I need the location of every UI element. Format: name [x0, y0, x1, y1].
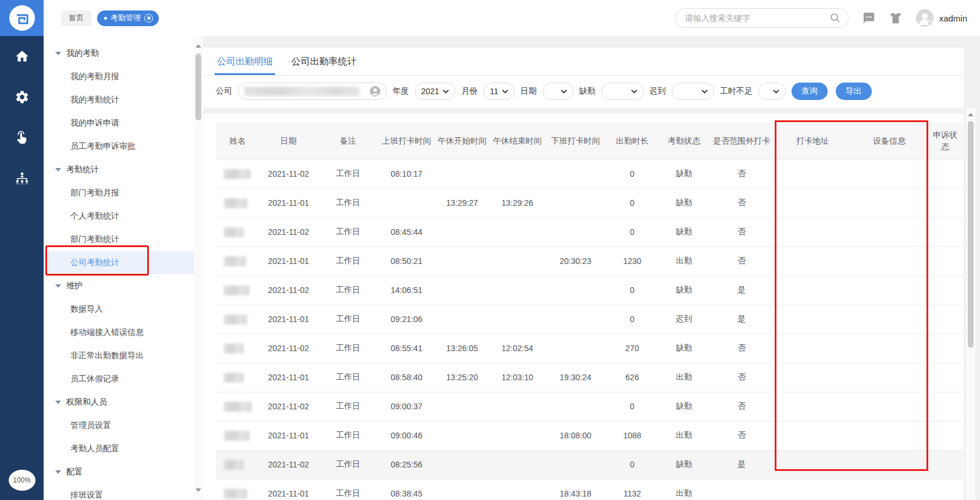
sidebar-item-17[interactable]: 考勤人员配置 — [44, 437, 194, 460]
scroll-down-icon[interactable] — [195, 488, 201, 492]
company-label: 公司 — [216, 86, 232, 97]
cell-address — [774, 188, 851, 217]
late-select[interactable] — [672, 83, 714, 100]
masked-name-block — [224, 373, 244, 383]
cell-lunch_start — [434, 450, 490, 479]
message-icon[interactable] — [863, 12, 875, 24]
table-row-5[interactable]: 2021-11-01工作日09:21:060迟到是 — [216, 305, 963, 334]
zoom-level-badge[interactable]: 100% — [9, 470, 35, 491]
username-label[interactable]: xadmin — [939, 13, 967, 23]
cell-masked-name — [216, 363, 259, 392]
menu-item-label: 移动端接入错误信息 — [70, 327, 144, 338]
sidebar-item-8[interactable]: 部门考勤统计 — [44, 228, 194, 251]
sidebar-item-9[interactable]: 公司考勤统计 — [44, 251, 194, 274]
cell-note: 工作日 — [318, 479, 379, 500]
cell-appeal — [927, 188, 963, 217]
table-row-10[interactable]: 2021-11-02工作日08:25:560缺勤是 — [216, 450, 963, 479]
sidebar-item-16[interactable]: 管理员设置 — [44, 414, 194, 437]
insufficient-hours-select[interactable] — [758, 83, 786, 100]
sidebar-item-4[interactable]: 员工考勤申诉审批 — [44, 135, 194, 158]
sidebar-item-3[interactable]: 我的申诉申请 — [44, 112, 194, 135]
table-row-11[interactable]: 2021-11-01工作日08:38:4518:43:181132出勤 — [216, 479, 963, 500]
table-body: 2021-11-02工作日08:10:170缺勤否2021-11-01工作日13… — [216, 159, 963, 500]
masked-name-block — [224, 431, 250, 441]
cell-status: 出勤 — [658, 479, 710, 500]
cell-masked-name — [216, 450, 259, 479]
scroll-up-icon[interactable] — [968, 113, 974, 116]
breadcrumb-home[interactable]: 首页 — [61, 10, 91, 26]
cell-out_of_range: 否 — [710, 334, 774, 363]
query-button[interactable]: 查询 — [792, 83, 828, 100]
sidebar-group-18[interactable]: 配置 — [44, 460, 194, 484]
sidebar-item-11[interactable]: 数据导入 — [44, 298, 194, 321]
year-select[interactable]: 2021 — [415, 83, 455, 100]
cell-date: 2021-11-01 — [259, 188, 318, 217]
cell-lunch_end — [490, 159, 545, 188]
cell-check_out — [545, 217, 606, 247]
cell-device — [851, 188, 927, 217]
cell-out_of_range: 否 — [710, 363, 774, 392]
cell-date: 2021-11-01 — [259, 421, 318, 450]
sidebar-item-7[interactable]: 个人考勤统计 — [44, 205, 194, 228]
sidebar-scrollbar-thumb[interactable] — [195, 53, 201, 120]
breadcrumb-attendance-tag[interactable]: 考勤管理 — [97, 10, 159, 26]
cell-status: 出勤 — [658, 363, 710, 392]
table-scrollbar-thumb[interactable] — [968, 121, 974, 348]
search-icon[interactable] — [829, 12, 841, 24]
sidebar-item-19[interactable]: 排班设置 — [44, 484, 194, 500]
sidebar-group-5[interactable]: 考勤统计 — [44, 158, 194, 181]
touch-hand-icon[interactable] — [13, 129, 31, 147]
scroll-up-icon[interactable] — [195, 44, 201, 48]
org-chart-icon[interactable] — [13, 170, 31, 187]
company-field[interactable] — [238, 83, 387, 100]
table-row-9[interactable]: 2021-11-01工作日09:00:4618:08:001088出勤否 — [216, 421, 963, 450]
cell-device — [851, 421, 927, 450]
search-input[interactable] — [685, 13, 829, 23]
cell-lunch_start — [434, 305, 490, 334]
cell-status: 迟到 — [658, 305, 710, 334]
sidebar-item-6[interactable]: 部门考勤月报 — [44, 181, 194, 205]
sidebar-item-1[interactable]: 我的考勤月报 — [44, 65, 194, 88]
table-row-7[interactable]: 2021-11-01工作日08:58:4013:25:2012:03:1019:… — [216, 363, 963, 392]
gear-icon[interactable] — [13, 88, 31, 106]
tab-company-attendance-detail[interactable]: 公司出勤明细 — [216, 56, 274, 75]
cell-date: 2021-11-02 — [259, 276, 318, 305]
theme-shirt-icon[interactable] — [889, 12, 902, 24]
table-row-4[interactable]: 2021-11-02工作日14:06:510缺勤是 — [216, 276, 963, 305]
cell-device — [851, 392, 927, 421]
menu-item-label: 数据导入 — [70, 304, 103, 315]
cell-check_out: 18:08:00 — [545, 421, 606, 450]
tab-company-attendance-rate[interactable]: 公司出勤率统计 — [290, 56, 358, 75]
cell-appeal — [927, 217, 963, 247]
user-avatar[interactable] — [916, 9, 933, 27]
table-row-2[interactable]: 2021-11-02工作日08:45:440缺勤否 — [216, 217, 963, 247]
cell-check_in: 09:00:37 — [379, 392, 434, 421]
cell-duration: 0 — [606, 392, 658, 421]
cell-check_in: 09:21:06 — [379, 305, 434, 334]
column-header-5: 午休结束时间 — [490, 122, 545, 159]
app-logo[interactable] — [0, 0, 44, 36]
sidebar-item-14[interactable]: 员工休假记录 — [44, 367, 194, 391]
date-select[interactable] — [543, 83, 573, 100]
cell-lunch_start — [434, 159, 490, 188]
sidebar-item-2[interactable]: 我的考勤统计 — [44, 88, 194, 112]
absent-select[interactable] — [601, 83, 644, 100]
sidebar-item-13[interactable]: 非正常出勤数据导出 — [44, 344, 194, 367]
cell-status: 缺勤 — [658, 450, 710, 479]
sidebar-group-0[interactable]: 我的考勤 — [44, 42, 194, 65]
sidebar-group-15[interactable]: 权限和人员 — [44, 391, 194, 414]
chevron-down-icon — [701, 90, 708, 94]
export-button[interactable]: 导出 — [836, 83, 872, 100]
table-row-1[interactable]: 2021-11-01工作日13:29:2713:29:260缺勤否 — [216, 188, 963, 217]
table-row-3[interactable]: 2021-11-01工作日08:50:2120:30:231230出勤否 — [216, 247, 963, 276]
cell-lunch_start — [434, 421, 490, 450]
close-icon[interactable] — [144, 14, 153, 23]
sidebar-item-12[interactable]: 移动端接入错误信息 — [44, 321, 194, 344]
month-select[interactable]: 11 — [483, 83, 515, 100]
sidebar-group-10[interactable]: 维护 — [44, 274, 194, 298]
table-row-0[interactable]: 2021-11-02工作日08:10:170缺勤否 — [216, 159, 963, 188]
table-row-6[interactable]: 2021-11-02工作日08:55:4113:26:0512:02:54270… — [216, 334, 963, 363]
home-icon[interactable] — [13, 48, 31, 65]
table-row-8[interactable]: 2021-11-02工作日09:00:370缺勤否 — [216, 392, 963, 421]
table-scrollbar — [966, 108, 975, 500]
